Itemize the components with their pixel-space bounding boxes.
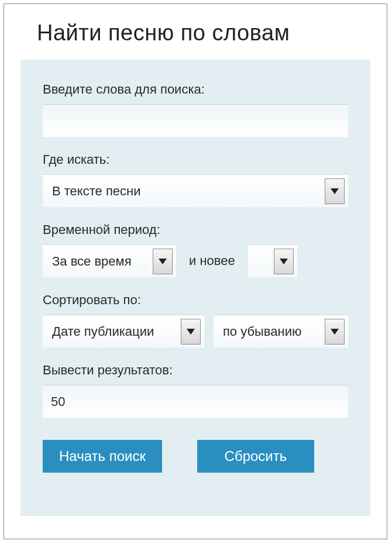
form-container: Найти песню по словам Введите слова для … — [4, 4, 387, 539]
svg-marker-1 — [159, 259, 167, 264]
chevron-down-icon — [331, 329, 339, 335]
time-period-select[interactable]: За все время — [43, 245, 176, 277]
search-in-label: Где искать: — [43, 152, 348, 167]
results-count-input[interactable] — [43, 385, 348, 418]
results-count-label: Вывести результатов: — [43, 363, 348, 378]
time-period-conjunction: и новее — [185, 245, 239, 277]
sort-by-value: Дате публикации — [52, 324, 154, 339]
svg-marker-2 — [280, 259, 288, 264]
search-words-label: Введите слова для поиска: — [43, 82, 348, 97]
chevron-down-icon — [187, 329, 195, 335]
results-count-field: Вывести результатов: — [43, 363, 348, 418]
search-button[interactable]: Начать поиск — [43, 440, 162, 473]
sort-direction-value: по убыванию — [223, 324, 302, 339]
sort-direction-select[interactable]: по убыванию — [214, 315, 348, 347]
search-in-field: Где искать: В тексте песни — [43, 152, 348, 207]
dropdown-button[interactable] — [181, 319, 201, 345]
sort-by-select[interactable]: Дате публикации — [43, 315, 204, 347]
search-words-input[interactable] — [43, 104, 348, 137]
chevron-down-icon — [159, 259, 167, 264]
page-title: Найти песню по словам — [4, 4, 387, 60]
svg-marker-0 — [331, 188, 339, 194]
search-in-value: В тексте песни — [52, 184, 141, 199]
time-period-select-2[interactable] — [248, 245, 297, 277]
reset-button[interactable]: Сбросить — [197, 440, 314, 473]
svg-marker-3 — [187, 329, 195, 335]
button-row: Начать поиск Сбросить — [43, 440, 348, 473]
chevron-down-icon — [280, 259, 288, 264]
time-period-label: Временной период: — [43, 222, 348, 237]
chevron-down-icon — [331, 188, 339, 194]
time-period-value: За все время — [52, 254, 132, 269]
dropdown-button[interactable] — [153, 249, 173, 274]
svg-marker-4 — [331, 329, 339, 335]
time-period-field: Временной период: За все время и новее — [43, 222, 348, 277]
sort-by-label: Сортировать по: — [43, 292, 348, 308]
dropdown-button[interactable] — [325, 319, 345, 345]
search-panel: Введите слова для поиска: Где искать: В … — [20, 60, 370, 516]
search-words-field: Введите слова для поиска: — [43, 82, 348, 137]
dropdown-button[interactable] — [325, 178, 345, 204]
dropdown-button[interactable] — [274, 249, 294, 274]
search-in-select[interactable]: В тексте песни — [43, 174, 348, 207]
sort-by-field: Сортировать по: Дате публикации по убыва… — [43, 292, 348, 347]
